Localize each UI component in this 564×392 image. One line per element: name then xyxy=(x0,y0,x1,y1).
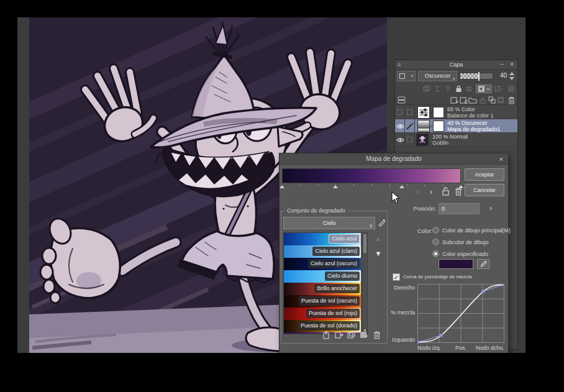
gradient-preset-label: Cielo azul xyxy=(329,234,360,244)
import-gradient-icon[interactable] xyxy=(335,330,343,339)
new-folder-icon[interactable] xyxy=(468,96,477,104)
specified-color-swatch[interactable] xyxy=(439,259,473,269)
gradient-map-layer-thumbnail[interactable] xyxy=(417,120,430,132)
gradient-preset-item[interactable]: Puesta de sol (rojo) xyxy=(284,308,361,320)
dialog-close-icon[interactable]: × xyxy=(499,153,503,165)
gradient-preset-item[interactable]: Cielo azul xyxy=(284,233,361,245)
eye-icon[interactable] xyxy=(396,124,404,129)
delete-node-icon[interactable] xyxy=(455,187,462,198)
move-preset-down-icon[interactable]: ▼ xyxy=(372,250,384,260)
scrollbar-thumb[interactable] xyxy=(363,234,366,253)
goblin-layer-thumbnail[interactable] xyxy=(416,134,429,146)
layer-tools-row xyxy=(395,84,517,94)
gradient-node-caret[interactable] xyxy=(333,185,338,188)
export-gradient-icon[interactable] xyxy=(322,330,331,339)
lock-icon[interactable] xyxy=(454,84,463,93)
layer-row-goblin[interactable]: 100 % Normal Goblin xyxy=(395,133,517,147)
layer-color-dropdown[interactable]: ∨ xyxy=(397,71,416,81)
gradient-node-caret[interactable] xyxy=(399,185,404,188)
edit-cell xyxy=(405,106,415,119)
panel-minimize-icon[interactable]: – xyxy=(501,61,504,67)
layer-info: 65 % Color xyxy=(447,106,494,112)
opacity-slider-handle[interactable] xyxy=(478,72,480,81)
extra-tool-icon xyxy=(507,84,516,93)
layer-mask-thumbnail[interactable] xyxy=(433,121,444,132)
reference-layer-icon[interactable] xyxy=(465,84,473,93)
unlock-node-icon[interactable] xyxy=(442,187,450,198)
edit-off-box[interactable] xyxy=(407,137,412,142)
gradient-preset-item[interactable]: Puesta de sol (oscuro) xyxy=(284,295,361,308)
gradient-node-caret[interactable] xyxy=(280,185,284,188)
transfer-down-icon[interactable] xyxy=(478,96,487,104)
new-raster-layer-icon[interactable] xyxy=(450,96,458,104)
move-preset-up-icon[interactable]: ▲ xyxy=(372,235,384,245)
gradient-node-strip[interactable] xyxy=(282,185,461,189)
edit-off-box[interactable] xyxy=(407,109,412,115)
pin-icon[interactable] xyxy=(443,84,452,93)
curve-node-handle[interactable] xyxy=(481,290,484,293)
layer-list: ✓ 65 % Color Balance de color 1 xyxy=(395,106,517,147)
gradient-preset-item[interactable]: Cielo diurno xyxy=(284,270,361,283)
chevron-down-icon: ∨ xyxy=(369,221,373,232)
opacity-slider-fill xyxy=(460,73,478,79)
gradient-preset-list[interactable]: Cielo azulCielo azul (claro)Cielo azul (… xyxy=(283,232,362,334)
eyedropper-button[interactable] xyxy=(477,259,489,269)
new-vector-layer-icon[interactable] xyxy=(459,96,468,104)
blend-mode-select[interactable]: Oscurecer ∨ xyxy=(418,71,457,81)
dialog-titlebar[interactable]: Mapa de degradado × xyxy=(280,153,508,165)
curve-node-handle[interactable] xyxy=(503,284,505,286)
eye-icon[interactable] xyxy=(396,137,404,143)
radio-specified-color[interactable] xyxy=(432,250,439,257)
gradient-preset-label: Puesta de sol (rojo) xyxy=(306,309,360,318)
mix-curve-plot[interactable] xyxy=(417,284,504,344)
gradient-preview-bar[interactable] xyxy=(282,168,461,183)
accept-button[interactable]: Aceptar xyxy=(465,168,504,181)
clip-to-layer-icon[interactable] xyxy=(422,84,431,93)
curve-node-handle[interactable] xyxy=(440,334,443,337)
gradient-map-dialog: Mapa de degradado × Aceptar Cancelar ‹ ›… xyxy=(280,153,508,353)
visibility-off-box[interactable] xyxy=(397,109,403,115)
prev-node-icon[interactable]: ‹ xyxy=(416,187,419,197)
layer-mask-icon[interactable] xyxy=(496,96,505,104)
layer-color-icon xyxy=(399,73,405,79)
cancel-button[interactable]: Cancelar xyxy=(465,184,504,196)
lock-transparent-icon[interactable] xyxy=(433,84,442,93)
layer-row-gradient-map[interactable]: ✓ 40 % Oscurecer Mapa de degradado1 xyxy=(395,119,517,133)
gradient-ruler-tick xyxy=(425,185,425,186)
gradient-set-select[interactable]: Cielo ∨ xyxy=(283,217,375,229)
gradient-preset-item[interactable]: Cielo azul (claro) xyxy=(284,245,361,258)
position-next-icon[interactable]: › xyxy=(489,204,492,212)
gradient-map-tool-button[interactable] xyxy=(476,84,492,93)
curve-node-handle[interactable] xyxy=(417,341,420,344)
gradient-preset-label: Brillo anochecer xyxy=(314,284,360,293)
gradient-preset-item[interactable]: Cielo azul (oscuro) xyxy=(284,258,361,270)
eyedropper-icon xyxy=(480,260,487,268)
preset-scrollbar[interactable]: ▼ xyxy=(362,232,368,334)
balance-layer-thumbnail[interactable] xyxy=(417,106,430,119)
preset-file-actions xyxy=(281,330,384,340)
new-gradient-icon[interactable] xyxy=(360,330,368,339)
curve-ylabel-bottom: Izquierdo xyxy=(378,337,415,343)
radio-main-color[interactable] xyxy=(432,227,439,234)
position-input[interactable]: 0 xyxy=(439,203,480,214)
duplicate-gradient-icon[interactable] xyxy=(347,330,356,339)
radio-sub-color[interactable] xyxy=(432,239,439,245)
panel-close-icon[interactable]: × xyxy=(510,61,514,68)
layer-mask-thumbnail[interactable] xyxy=(433,107,444,118)
gradient-ruler-tick xyxy=(389,185,390,186)
edit-cell xyxy=(405,119,415,132)
next-node-icon[interactable]: › xyxy=(430,187,432,197)
opacity-slider[interactable] xyxy=(460,73,493,80)
mix-curve-checkbox[interactable]: ✓ xyxy=(393,273,400,281)
merge-down-icon[interactable] xyxy=(488,96,496,104)
layer-list-icon[interactable] xyxy=(397,96,406,104)
delete-layer-icon[interactable] xyxy=(507,96,516,104)
curve-xlabel-center: Pos. xyxy=(455,345,466,351)
disable-effects-icon[interactable] xyxy=(494,84,503,93)
wrench-settings-icon[interactable] xyxy=(377,218,387,228)
opacity-stepper[interactable] xyxy=(509,72,514,80)
gradient-preset-item[interactable]: Brillo anochecer xyxy=(284,283,361,295)
layer-row-balance[interactable]: ✓ 65 % Color Balance de color 1 xyxy=(395,106,517,119)
opacity-value: 40 xyxy=(496,72,507,79)
radio-label: Color de dibujo principal(M) xyxy=(442,227,511,234)
